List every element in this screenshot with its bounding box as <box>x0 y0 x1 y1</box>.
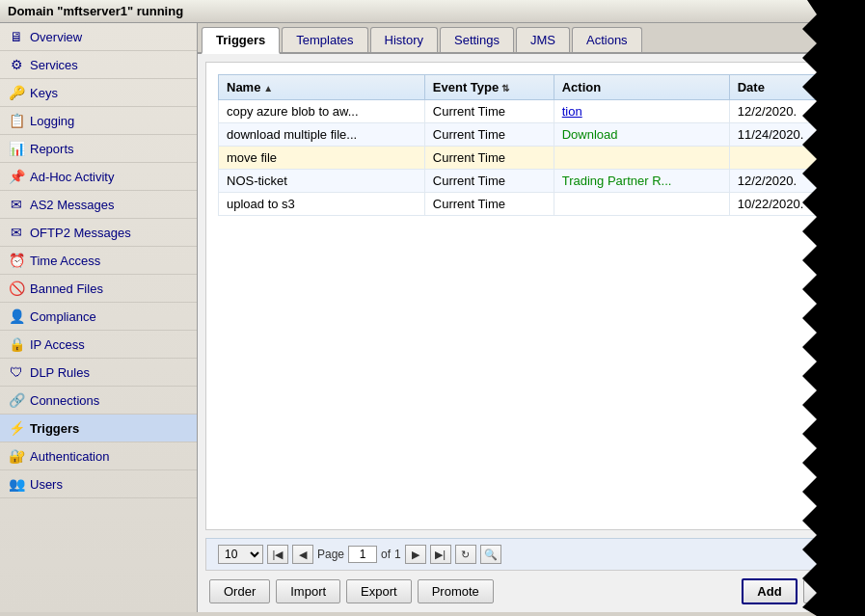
tab-history[interactable]: History <box>370 27 438 52</box>
tab-actions[interactable]: Actions <box>572 27 642 52</box>
last-page-button[interactable]: ▶| <box>430 545 451 564</box>
sidebar-item-label-as2: AS2 Messages <box>30 198 114 212</box>
sort-arrow: ▲ <box>260 83 273 94</box>
sidebar-item-label-reports: Reports <box>30 142 74 156</box>
first-page-button[interactable]: |◀ <box>267 545 288 564</box>
col-header-date: Date <box>729 75 844 100</box>
sidebar-item-label-ipaccess: IP Access <box>30 337 85 352</box>
sidebar-item-timeaccess[interactable]: ⏰Time Access <box>0 247 197 275</box>
table-row[interactable]: upload to s3Current Time10/22/2020. <box>219 193 845 216</box>
dlp-icon: 🛡 <box>8 363 25 381</box>
table-body: copy azure blob to aw...Current Timetion… <box>219 100 845 216</box>
per-page-select[interactable]: 102550100 <box>218 545 263 564</box>
next-page-button[interactable]: ▶ <box>405 545 426 564</box>
tab-jms[interactable]: JMS <box>516 27 570 52</box>
row-name-3: NOS-ticket <box>219 170 425 193</box>
action-bar: OrderImportExportPromoteAddEdit <box>198 571 865 612</box>
sidebar-item-label-oftp2: OFTP2 Messages <box>30 226 131 240</box>
sidebar-item-banned[interactable]: 🚫Banned Files <box>0 275 197 303</box>
sidebar-item-reports[interactable]: 📊Reports <box>0 135 197 163</box>
sidebar-item-label-adhoc: Ad-Hoc Activity <box>30 170 114 184</box>
sidebar-item-overview[interactable]: 🖥Overview <box>0 23 197 51</box>
total-pages: 1 <box>394 548 401 561</box>
timeaccess-icon: ⏰ <box>8 252 25 269</box>
row-date-4: 10/22/2020. <box>729 193 844 216</box>
order-button[interactable]: Order <box>209 579 270 603</box>
sidebar-item-label-dlp: DLP Rules <box>30 365 90 380</box>
page-input[interactable] <box>348 546 377 563</box>
prev-page-button[interactable]: ◀ <box>292 545 313 564</box>
triggers-table: Name ▲Event Type ⇅ActionDate copy azure … <box>218 74 845 216</box>
row-action-3: Trading Partner R... <box>554 170 729 193</box>
sidebar-item-connections[interactable]: 🔗Connections <box>0 387 197 415</box>
sidebar-item-label-logging: Logging <box>30 114 74 128</box>
row-event-3: Current Time <box>424 170 554 193</box>
oftp2-icon: ✉ <box>8 224 25 241</box>
title-bar: Domain "mftserver1" running <box>0 0 865 23</box>
sidebar-item-logging[interactable]: 📋Logging <box>0 107 197 135</box>
sidebar-item-services[interactable]: ⚙Services <box>0 51 197 79</box>
users-icon: 👥 <box>8 475 25 493</box>
promote-button[interactable]: Promote <box>418 579 494 603</box>
sort-arrow: ⇅ <box>499 83 509 94</box>
table-row[interactable]: NOS-ticketCurrent TimeTrading Partner R.… <box>219 170 845 193</box>
sidebar-item-label-keys: Keys <box>30 86 58 100</box>
sidebar-item-triggers[interactable]: ⚡Triggers <box>0 415 197 442</box>
row-action-4 <box>554 193 729 216</box>
sidebar-item-users[interactable]: 👥Users <box>0 470 197 498</box>
tab-settings[interactable]: Settings <box>440 27 514 52</box>
authentication-icon: 🔐 <box>8 447 25 465</box>
table-header: Name ▲Event Type ⇅ActionDate <box>219 75 845 100</box>
table-row[interactable]: move fileCurrent Time <box>219 147 845 170</box>
sidebar-item-label-connections: Connections <box>30 393 99 408</box>
row-event-2: Current Time <box>424 147 554 170</box>
adhoc-icon: 📌 <box>8 168 25 185</box>
table-row[interactable]: download multiple file...Current TimeDow… <box>219 123 845 147</box>
sidebar-item-label-users: Users <box>30 477 63 492</box>
row-name-1: download multiple file... <box>219 123 425 147</box>
sidebar-item-adhoc[interactable]: 📌Ad-Hoc Activity <box>0 163 197 191</box>
sidebar-item-label-timeaccess: Time Access <box>30 254 100 268</box>
sidebar-item-oftp2[interactable]: ✉OFTP2 Messages <box>0 219 197 247</box>
import-button[interactable]: Import <box>276 579 340 603</box>
row-date-3: 12/2/2020. <box>729 170 844 193</box>
pagination-bar: 102550100 |◀ ◀ Page of 1 ▶ ▶| ↻ 🔍 <box>205 538 857 571</box>
tabs-bar: TriggersTemplatesHistorySettingsJMSActio… <box>198 23 865 54</box>
add-button[interactable]: Add <box>742 578 797 604</box>
of-label: of <box>381 548 391 561</box>
sidebar-item-dlp[interactable]: 🛡DLP Rules <box>0 359 197 387</box>
sidebar-item-label-compliance: Compliance <box>30 309 96 324</box>
table-row[interactable]: copy azure blob to aw...Current Timetion… <box>219 100 845 123</box>
ipaccess-icon: 🔒 <box>8 335 25 353</box>
sidebar-item-as2[interactable]: ✉AS2 Messages <box>0 191 197 219</box>
edit-button[interactable]: Edit <box>803 579 853 603</box>
services-icon: ⚙ <box>8 56 25 73</box>
tab-templates[interactable]: Templates <box>282 27 367 52</box>
connections-icon: 🔗 <box>8 391 25 409</box>
sidebar-item-compliance[interactable]: 👤Compliance <box>0 303 197 331</box>
banned-icon: 🚫 <box>8 280 25 297</box>
sidebar-item-authentication[interactable]: 🔐Authentication <box>0 442 197 470</box>
sidebar: 🖥Overview⚙Services🔑Keys📋Logging📊Reports📌… <box>0 23 198 612</box>
col-header-event_type[interactable]: Event Type ⇅ <box>424 75 554 100</box>
as2-icon: ✉ <box>8 196 25 213</box>
sidebar-item-label-overview: Overview <box>30 30 82 44</box>
refresh-button[interactable]: ↻ <box>455 545 476 564</box>
col-header-name[interactable]: Name ▲ <box>219 75 425 100</box>
table-container: Name ▲Event Type ⇅ActionDate copy azure … <box>205 62 857 530</box>
row-action-1: Download <box>554 123 729 147</box>
triggers-icon: ⚡ <box>8 419 25 437</box>
compliance-icon: 👤 <box>8 308 25 325</box>
sidebar-item-ipaccess[interactable]: 🔒IP Access <box>0 331 197 359</box>
overview-icon: 🖥 <box>8 28 25 45</box>
row-name-2: move file <box>219 147 425 170</box>
row-action-2 <box>554 147 729 170</box>
sidebar-item-label-services: Services <box>30 58 78 72</box>
sidebar-item-keys[interactable]: 🔑Keys <box>0 79 197 107</box>
row-event-4: Current Time <box>424 193 554 216</box>
export-button[interactable]: Export <box>346 579 412 603</box>
row-action-0: tion <box>554 100 729 123</box>
row-event-0: Current Time <box>424 100 554 123</box>
search-button[interactable]: 🔍 <box>480 545 501 564</box>
tab-triggers[interactable]: Triggers <box>202 27 280 54</box>
